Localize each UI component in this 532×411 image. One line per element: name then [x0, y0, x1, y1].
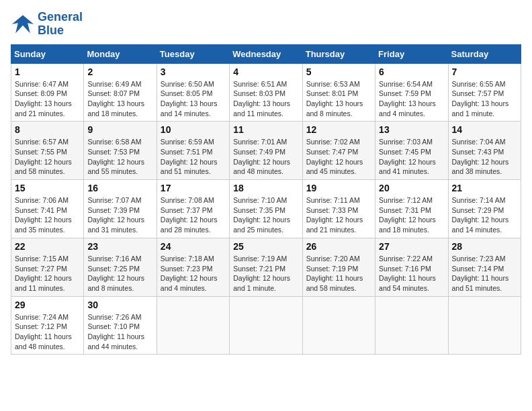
- day-info: Sunrise: 6:59 AMSunset: 7:51 PMDaylight:…: [161, 137, 226, 177]
- day-number: 27: [379, 241, 444, 252]
- calendar-cell: [375, 296, 448, 355]
- day-number: 28: [452, 241, 517, 252]
- calendar-cell: 14 Sunrise: 7:04 AMSunset: 7:43 PMDaylig…: [448, 122, 521, 180]
- day-number: 25: [233, 241, 298, 252]
- column-headers: SundayMondayTuesdayWednesdayThursdayFrid…: [11, 44, 521, 63]
- calendar-cell: 28 Sunrise: 7:23 AMSunset: 7:14 PMDaylig…: [448, 238, 521, 296]
- day-info: Sunrise: 7:01 AMSunset: 7:49 PMDaylight:…: [233, 137, 298, 177]
- day-info: Sunrise: 7:14 AMSunset: 7:29 PMDaylight:…: [452, 195, 517, 235]
- day-number: 20: [379, 183, 444, 193]
- column-header-thursday: Thursday: [302, 44, 375, 63]
- day-number: 11: [233, 124, 298, 135]
- calendar-cell: 17 Sunrise: 7:08 AMSunset: 7:37 PMDaylig…: [157, 180, 229, 238]
- day-info: Sunrise: 6:51 AMSunset: 8:03 PMDaylight:…: [233, 79, 298, 119]
- calendar-cell: 13 Sunrise: 7:03 AMSunset: 7:45 PMDaylig…: [375, 122, 448, 180]
- day-number: 16: [87, 183, 152, 193]
- day-number: 4: [233, 66, 298, 77]
- svg-marker-0: [12, 15, 34, 33]
- calendar-cell: 3 Sunrise: 6:50 AMSunset: 8:05 PMDayligh…: [157, 63, 229, 122]
- calendar-cell: [448, 296, 521, 355]
- day-number: 18: [233, 183, 298, 193]
- calendar-cell: [302, 296, 375, 355]
- day-info: Sunrise: 7:15 AMSunset: 7:27 PMDaylight:…: [15, 254, 80, 293]
- calendar-cell: 11 Sunrise: 7:01 AMSunset: 7:49 PMDaylig…: [230, 122, 302, 180]
- day-info: Sunrise: 6:55 AMSunset: 7:57 PMDaylight:…: [452, 79, 517, 119]
- calendar-week-1: 1 Sunrise: 6:47 AMSunset: 8:09 PMDayligh…: [11, 63, 521, 122]
- day-number: 2: [87, 66, 152, 77]
- day-info: Sunrise: 7:02 AMSunset: 7:47 PMDaylight:…: [306, 137, 371, 177]
- calendar-cell: 26 Sunrise: 7:20 AMSunset: 7:19 PMDaylig…: [302, 238, 375, 296]
- calendar-week-2: 8 Sunrise: 6:57 AMSunset: 7:55 PMDayligh…: [11, 122, 521, 180]
- column-header-monday: Monday: [84, 44, 157, 63]
- calendar-cell: 16 Sunrise: 7:07 AMSunset: 7:39 PMDaylig…: [84, 180, 157, 238]
- calendar-cell: 12 Sunrise: 7:02 AMSunset: 7:47 PMDaylig…: [302, 122, 375, 180]
- calendar-week-3: 15 Sunrise: 7:06 AMSunset: 7:41 PMDaylig…: [11, 180, 521, 238]
- logo-text: General Blue: [38, 11, 83, 38]
- calendar-cell: 23 Sunrise: 7:16 AMSunset: 7:25 PMDaylig…: [84, 238, 157, 296]
- day-number: 3: [161, 66, 226, 77]
- day-number: 14: [452, 124, 517, 135]
- day-number: 19: [306, 183, 371, 193]
- calendar-table: SundayMondayTuesdayWednesdayThursdayFrid…: [11, 44, 521, 355]
- day-number: 17: [161, 183, 226, 193]
- calendar-cell: 24 Sunrise: 7:18 AMSunset: 7:23 PMDaylig…: [157, 238, 229, 296]
- day-number: 6: [379, 66, 444, 77]
- day-info: Sunrise: 7:23 AMSunset: 7:14 PMDaylight:…: [452, 254, 517, 293]
- calendar-cell: 10 Sunrise: 6:59 AMSunset: 7:51 PMDaylig…: [157, 122, 229, 180]
- day-number: 29: [15, 300, 80, 310]
- day-info: Sunrise: 7:12 AMSunset: 7:31 PMDaylight:…: [379, 195, 444, 235]
- column-header-friday: Friday: [375, 44, 448, 63]
- day-info: Sunrise: 7:16 AMSunset: 7:25 PMDaylight:…: [87, 254, 152, 293]
- calendar-cell: 2 Sunrise: 6:49 AMSunset: 8:07 PMDayligh…: [84, 63, 157, 122]
- day-info: Sunrise: 6:57 AMSunset: 7:55 PMDaylight:…: [15, 137, 80, 177]
- calendar-cell: 25 Sunrise: 7:19 AMSunset: 7:21 PMDaylig…: [230, 238, 302, 296]
- logo-icon: [11, 12, 35, 36]
- day-info: Sunrise: 6:47 AMSunset: 8:09 PMDaylight:…: [15, 79, 80, 119]
- day-number: 5: [306, 66, 371, 77]
- calendar-cell: 29 Sunrise: 7:24 AMSunset: 7:12 PMDaylig…: [11, 296, 84, 355]
- calendar-cell: 22 Sunrise: 7:15 AMSunset: 7:27 PMDaylig…: [11, 238, 84, 296]
- day-info: Sunrise: 7:08 AMSunset: 7:37 PMDaylight:…: [161, 195, 226, 235]
- calendar-cell: 5 Sunrise: 6:53 AMSunset: 8:01 PMDayligh…: [302, 63, 375, 122]
- day-number: 22: [15, 241, 80, 252]
- calendar-cell: [230, 296, 302, 355]
- day-info: Sunrise: 7:03 AMSunset: 7:45 PMDaylight:…: [379, 137, 444, 177]
- calendar-week-5: 29 Sunrise: 7:24 AMSunset: 7:12 PMDaylig…: [11, 296, 521, 355]
- day-number: 13: [379, 124, 444, 135]
- day-number: 24: [161, 241, 226, 252]
- column-header-tuesday: Tuesday: [157, 44, 229, 63]
- calendar-cell: 19 Sunrise: 7:11 AMSunset: 7:33 PMDaylig…: [302, 180, 375, 238]
- day-number: 21: [452, 183, 517, 193]
- day-info: Sunrise: 6:53 AMSunset: 8:01 PMDaylight:…: [306, 79, 371, 119]
- day-number: 15: [15, 183, 80, 193]
- day-info: Sunrise: 7:18 AMSunset: 7:23 PMDaylight:…: [161, 254, 226, 293]
- day-info: Sunrise: 7:10 AMSunset: 7:35 PMDaylight:…: [233, 195, 298, 235]
- day-number: 30: [87, 300, 152, 310]
- day-info: Sunrise: 7:04 AMSunset: 7:43 PMDaylight:…: [452, 137, 517, 177]
- calendar-cell: 9 Sunrise: 6:58 AMSunset: 7:53 PMDayligh…: [84, 122, 157, 180]
- column-header-wednesday: Wednesday: [230, 44, 302, 63]
- day-info: Sunrise: 6:49 AMSunset: 8:07 PMDaylight:…: [87, 79, 152, 119]
- day-number: 1: [15, 66, 80, 77]
- calendar-cell: 4 Sunrise: 6:51 AMSunset: 8:03 PMDayligh…: [230, 63, 302, 122]
- calendar-cell: 15 Sunrise: 7:06 AMSunset: 7:41 PMDaylig…: [11, 180, 84, 238]
- day-info: Sunrise: 7:11 AMSunset: 7:33 PMDaylight:…: [306, 195, 371, 235]
- calendar-cell: 18 Sunrise: 7:10 AMSunset: 7:35 PMDaylig…: [230, 180, 302, 238]
- day-info: Sunrise: 7:20 AMSunset: 7:19 PMDaylight:…: [306, 254, 371, 293]
- page-header: General Blue: [11, 11, 521, 38]
- calendar-cell: 8 Sunrise: 6:57 AMSunset: 7:55 PMDayligh…: [11, 122, 84, 180]
- calendar-week-4: 22 Sunrise: 7:15 AMSunset: 7:27 PMDaylig…: [11, 238, 521, 296]
- day-number: 10: [161, 124, 226, 135]
- day-info: Sunrise: 7:07 AMSunset: 7:39 PMDaylight:…: [87, 195, 152, 235]
- day-info: Sunrise: 6:50 AMSunset: 8:05 PMDaylight:…: [161, 79, 226, 119]
- day-info: Sunrise: 7:19 AMSunset: 7:21 PMDaylight:…: [233, 254, 298, 293]
- day-info: Sunrise: 7:06 AMSunset: 7:41 PMDaylight:…: [15, 195, 80, 235]
- day-number: 12: [306, 124, 371, 135]
- day-info: Sunrise: 6:58 AMSunset: 7:53 PMDaylight:…: [87, 137, 152, 177]
- calendar-cell: 1 Sunrise: 6:47 AMSunset: 8:09 PMDayligh…: [11, 63, 84, 122]
- day-info: Sunrise: 7:22 AMSunset: 7:16 PMDaylight:…: [379, 254, 444, 293]
- day-number: 26: [306, 241, 371, 252]
- day-info: Sunrise: 6:54 AMSunset: 7:59 PMDaylight:…: [379, 79, 444, 119]
- calendar-cell: 30 Sunrise: 7:26 AMSunset: 7:10 PMDaylig…: [84, 296, 157, 355]
- day-info: Sunrise: 7:24 AMSunset: 7:12 PMDaylight:…: [15, 312, 80, 352]
